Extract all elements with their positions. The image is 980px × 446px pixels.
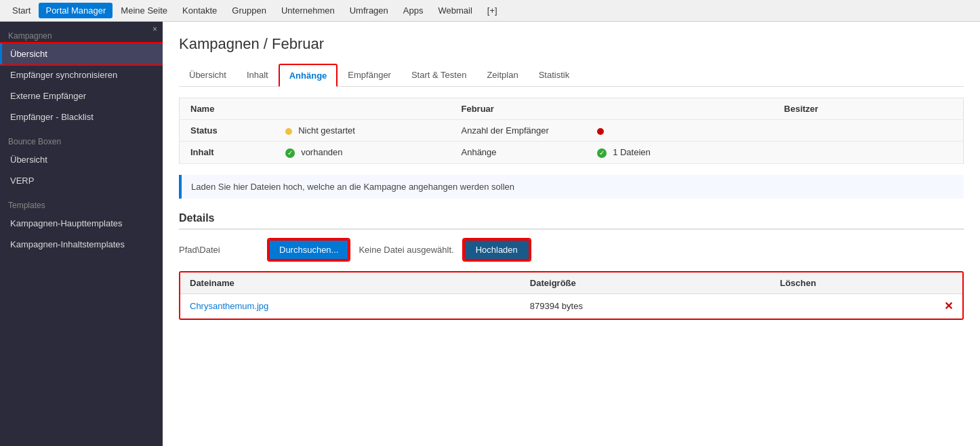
col-header-filesize: Dateigröße [520, 272, 771, 294]
status-yellow-dot [285, 128, 292, 135]
inhalt-text: vorhanden [301, 147, 342, 157]
nav-portal-manager[interactable]: Portal Manager [39, 3, 113, 18]
status-text: Nicht gestartet [298, 125, 355, 136]
file-size-cell: 879394 bytes [520, 293, 771, 318]
sidebar-section-kampagnen: Kampagnen [0, 22, 163, 43]
nav-plus[interactable]: [+] [481, 3, 504, 18]
info-table: Name Februar Besitzer Status Nicht gesta… [179, 98, 964, 164]
table-row: Status Nicht gestartet Anzahl der Empfän… [180, 120, 964, 142]
empty-cell1 [773, 120, 909, 142]
empty-cell2 [909, 120, 964, 142]
files-table: Dateiname Dateigröße Löschen Chrysanthem… [180, 272, 962, 319]
file-name-cell: Chrysanthemum.jpg [180, 293, 520, 318]
col-header-delete: Löschen [771, 272, 962, 294]
status-green-dot-inhalt: ✓ [285, 148, 295, 158]
tab-anhange[interactable]: Anhänge [279, 64, 338, 87]
nav-kontakte[interactable]: Kontakte [176, 3, 224, 18]
no-file-label: Keine Datei ausgewählt. [353, 245, 459, 255]
file-input-wrapper: Durchsuchen... Keine Datei ausgewählt. H… [268, 239, 530, 260]
nav-umfragen[interactable]: Umfragen [343, 3, 395, 18]
details-section-title: Details [179, 212, 964, 230]
empty-cell4 [909, 142, 964, 164]
anhange-count-text: 1 Dateien [613, 147, 651, 157]
nav-apps[interactable]: Apps [396, 3, 430, 18]
top-navigation: Start Portal Manager Meine Seite Kontakt… [0, 0, 980, 22]
value-februar [586, 98, 773, 120]
tab-inhalt[interactable]: Inhalt [237, 64, 279, 87]
sidebar-item-kampagnen-haupttemplates[interactable]: Kampagnen-Haupttemplates [0, 213, 163, 234]
files-section: Dateiname Dateigröße Löschen Chrysanthem… [179, 271, 964, 320]
empty-cell3 [773, 142, 909, 164]
sidebar: × Kampagnen Übersicht Empfänger synchron… [0, 22, 163, 446]
label-anhange: Anhänge [451, 142, 586, 164]
info-box: Laden Sie hier Dateien hoch, welche an d… [179, 175, 964, 199]
label-februar: Februar [451, 98, 586, 120]
table-row: Chrysanthemum.jpg 879394 bytes ✕ [180, 293, 962, 318]
tab-empfanger[interactable]: Empfänger [338, 64, 401, 87]
delete-file-button[interactable]: ✕ [944, 300, 953, 312]
value-anzahl [586, 120, 773, 142]
tab-ubersicht[interactable]: Übersicht [179, 64, 237, 87]
tab-bar: Übersicht Inhalt Anhänge Empfänger Start… [179, 64, 964, 87]
value-inhalt: ✓ vorhanden [274, 142, 451, 164]
sidebar-item-bb-ubersicht[interactable]: Übersicht [0, 149, 163, 170]
page-title: Kampagnen / Februar [179, 35, 964, 53]
table-row: Name Februar Besitzer [180, 98, 964, 120]
content-area: Kampagnen / Februar Übersicht Inhalt Anh… [163, 22, 980, 446]
col-header-filename: Dateiname [180, 272, 520, 294]
value-anhange: ✓ 1 Dateien [586, 142, 773, 164]
sidebar-item-verp[interactable]: VERP [0, 170, 163, 191]
sidebar-item-empfanger-blacklist[interactable]: Empfänger - Blacklist [0, 106, 163, 127]
nav-webmail[interactable]: Webmail [431, 3, 478, 18]
sidebar-section-bounce-boxen: Bounce Boxen [0, 127, 163, 149]
sidebar-close-button[interactable]: × [152, 24, 157, 34]
nav-meine-seite[interactable]: Meine Seite [114, 3, 174, 18]
tab-start-testen[interactable]: Start & Testen [401, 64, 476, 87]
nav-gruppen[interactable]: Gruppen [225, 3, 273, 18]
sidebar-item-externe-empfanger[interactable]: Externe Empfänger [0, 85, 163, 106]
value-name [274, 98, 451, 120]
label-anzahl: Anzahl der Empfänger [451, 120, 586, 142]
delete-cell: ✕ [771, 293, 962, 318]
tab-statistik[interactable]: Statistik [529, 64, 580, 87]
value-status: Nicht gestartet [274, 120, 451, 142]
status-green-dot-anhange: ✓ [597, 148, 607, 158]
sidebar-item-kampagnen-inhaltstemplates[interactable]: Kampagnen-Inhaltstemplates [0, 234, 163, 255]
label-inhalt: Inhalt [180, 142, 274, 164]
sidebar-item-empfanger-sync[interactable]: Empfänger synchronisieren [0, 64, 163, 85]
nav-unternehmen[interactable]: Unternehmen [274, 3, 342, 18]
nav-start[interactable]: Start [5, 3, 37, 18]
main-layout: × Kampagnen Übersicht Empfänger synchron… [0, 22, 980, 446]
label-status: Status [180, 120, 274, 142]
info-message: Laden Sie hier Dateien hoch, welche an d… [191, 182, 514, 192]
upload-button[interactable]: Hochladen [464, 239, 530, 260]
file-upload-row: Pfad\Datei Durchsuchen... Keine Datei au… [179, 239, 964, 260]
table-row: Inhalt ✓ vorhanden Anhänge ✓ 1 Dateien [180, 142, 964, 164]
tab-zeitplan[interactable]: Zeitplan [476, 64, 528, 87]
sidebar-section-templates: Templates [0, 191, 163, 213]
status-red-dot [597, 128, 604, 135]
value-besitzer [909, 98, 964, 120]
label-besitzer: Besitzer [773, 98, 909, 120]
pfad-datei-label: Pfad\Datei [179, 245, 260, 255]
label-name: Name [180, 98, 274, 120]
files-table-header: Dateiname Dateigröße Löschen [180, 272, 962, 294]
sidebar-item-ubersicht[interactable]: Übersicht [0, 43, 163, 64]
browse-button[interactable]: Durchsuchen... [268, 239, 349, 260]
